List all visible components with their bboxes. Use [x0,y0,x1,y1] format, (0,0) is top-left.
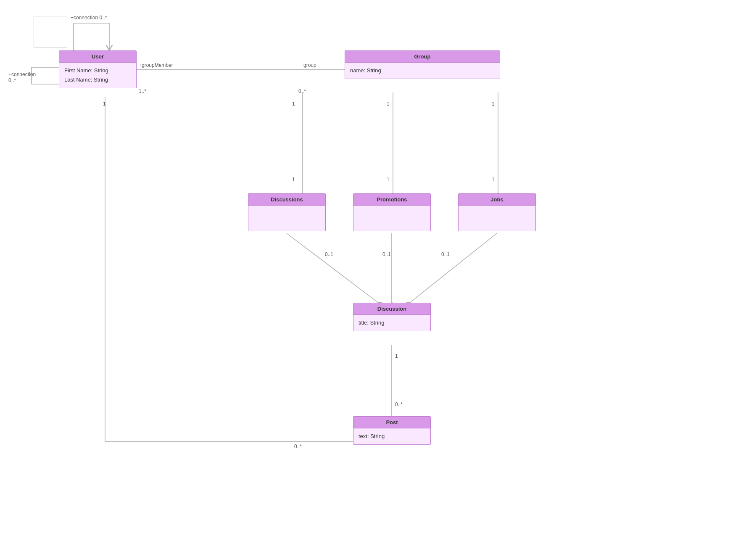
class-group-header: Group [345,51,500,63]
class-discussion: Discussion title: String [353,303,431,331]
mult-group-disc-bot: 1 [292,177,295,182]
label-connection-top: +connection 0..* [71,15,107,21]
diagram-canvas: +connection 0..* +connection0..* User Fi… [0,0,754,560]
discussion-attr-1: title: String [359,318,425,328]
class-post-body: text: String [353,428,430,444]
class-discussion-header: Discussion [353,303,430,315]
class-jobs-body [459,206,535,231]
label-group-member: +groupMember [139,62,173,68]
mult-group-prom-bot: 1 [387,177,390,182]
class-promotions-body [353,206,430,231]
mult-group-jobs-top: 1 [492,101,495,107]
svg-line-5 [287,233,378,303]
mult-post-bottom: 0..* [294,444,302,449]
class-discussion-body: title: String [353,315,430,331]
mult-discussion-post-top: 1 [395,353,398,359]
class-jobs: Jobs [458,193,536,231]
class-promotions-header: Promotions [353,194,430,206]
class-group: Group name: String [345,50,500,79]
svg-line-7 [410,233,497,303]
label-group: +group [301,62,316,68]
class-user: User First Name: String Last Name: Strin… [59,50,137,88]
mult-discussion-post-bot: 0..* [395,402,403,407]
mult-user-group-1: 1..* [139,88,146,94]
mult-user-group-2: 0..* [298,88,306,94]
post-attr-1: text: String [359,432,425,441]
class-user-header: User [59,51,136,63]
mult-user-bottom: 1 [103,101,106,107]
group-attr-1: name: String [350,66,495,75]
mult-group-jobs-bot: 1 [492,177,495,182]
class-discussions: Discussions [248,193,326,231]
label-connection-left: +connection0..* [8,71,36,83]
self-ref-box [34,16,67,48]
mult-prom-to-discussion: 0..1 [382,251,391,257]
class-group-body: name: String [345,63,500,79]
class-post: Post text: String [353,416,431,445]
mult-jobs-to-discussion: 0..1 [441,251,450,257]
user-attr-1: First Name: String [64,66,131,75]
class-discussions-header: Discussions [248,194,325,206]
class-promotions: Promotions [353,193,431,231]
mult-group-disc-top: 1 [292,101,295,107]
user-attr-2: Last Name: String [64,75,131,85]
class-post-header: Post [353,417,430,428]
class-jobs-header: Jobs [459,194,535,206]
class-discussions-body [248,206,325,231]
class-user-body: First Name: String Last Name: String [59,63,136,88]
mult-group-prom-top: 1 [387,101,390,107]
mult-disc-to-discussion: 0..1 [325,251,333,257]
